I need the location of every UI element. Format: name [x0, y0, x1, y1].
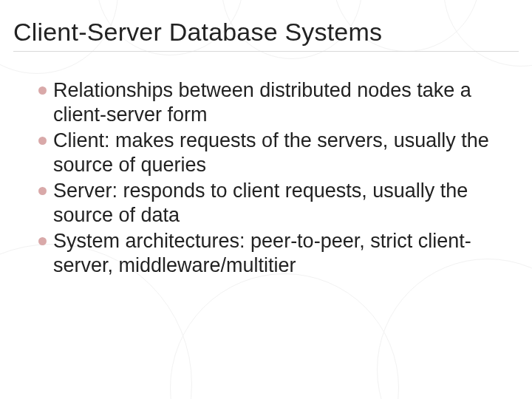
bullet-text: Server: responds to client requests, usu…	[53, 179, 502, 228]
list-item: Client: makes requests of the servers, u…	[38, 129, 502, 177]
bullet-text: Client: makes requests of the servers, u…	[53, 129, 502, 177]
list-item: System architectures: peer-to-peer, stri…	[38, 229, 502, 278]
bullet-icon	[38, 237, 47, 245]
title-underline	[13, 51, 519, 52]
slide-body: Relationships between distributed nodes …	[0, 58, 532, 278]
list-item: Relationships between distributed nodes …	[38, 78, 502, 127]
bullet-icon	[38, 187, 47, 195]
bullet-text: Relationships between distributed nodes …	[53, 78, 502, 127]
title-area: Client-Server Database Systems	[0, 0, 532, 58]
bullet-icon	[38, 137, 47, 145]
list-item: Server: responds to client requests, usu…	[38, 179, 502, 228]
bullet-icon	[38, 86, 47, 95]
bullet-text: System architectures: peer-to-peer, stri…	[53, 229, 502, 278]
slide-title: Client-Server Database Systems	[13, 18, 519, 47]
